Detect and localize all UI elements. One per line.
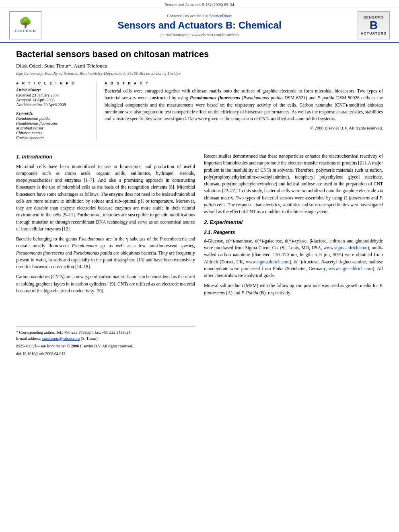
- journal-homepage: journal homepage: www.elsevier.com/locat…: [51, 33, 348, 37]
- journal-center: Contents lists available at ScienceDirec…: [43, 14, 356, 37]
- msm-para: Mineral salt medium (MSM) with the follo…: [204, 282, 383, 296]
- journal-title: Sensors and Actuators B: Chemical: [51, 20, 348, 31]
- body-content: 1. Introduction Microbial cells have bee…: [16, 153, 383, 357]
- abstract-text: Bacterial cells were entrapped together …: [105, 88, 383, 122]
- email-address: E-mail address: sunatimur@yahoo.com (S. …: [16, 335, 195, 341]
- sigma-link-2[interactable]: www.sigmaaldrich.com: [246, 259, 290, 264]
- intro-para-1: Microbial cells have been immobilized to…: [16, 163, 195, 233]
- sensors-b-label: B: [370, 19, 378, 32]
- elsevier-logo-box: 🌳 ELSEVIER: [9, 11, 41, 39]
- reagents-para-1: d-Glucose, d(+)-mannose, d(+)-galactose,…: [204, 238, 383, 279]
- abstract-label: A B S T R A C T: [105, 81, 383, 85]
- available-date: Available online 20 April 2008: [16, 103, 90, 107]
- contents-label: Contents lists available at: [167, 14, 208, 18]
- intro-para-2: Bacteria belonging to the genus Pseudomo…: [16, 236, 195, 270]
- sensors-logo-box: SENSORS B ACTUATORS: [358, 11, 390, 39]
- sciencedirect-link[interactable]: ScienceDirect: [209, 14, 232, 18]
- elsevier-text: ELSEVIER: [14, 29, 36, 33]
- keywords-label: Keywords:: [16, 111, 90, 115]
- sigma-link-1[interactable]: www.sigmaaldrich.com: [323, 245, 367, 250]
- issn-line: 0925-4005/$ – see front matter © 2008 El…: [16, 343, 195, 349]
- email-link[interactable]: sunatimur@yahoo.com: [42, 336, 80, 341]
- keyword-5: Carbon nanotube: [16, 136, 90, 140]
- section-divider: [16, 147, 383, 147]
- copyright: © 2008 Elsevier B.V. All rights reserved…: [105, 125, 383, 130]
- abstract-section: A B S T R A C T Bacterial cells were ent…: [105, 81, 383, 140]
- article-meta-section: A R T I C L E I N F O Article history: R…: [16, 81, 383, 140]
- email-person: (S. Timur).: [80, 336, 99, 341]
- journal-volume: Sensors and Actuators B 134 (2008) 89–94: [165, 2, 234, 7]
- reagents-heading: 2.1. Reagents: [204, 229, 383, 236]
- keyword-3: Microbial sensor: [16, 126, 90, 130]
- keyword-4: Chitosan matrix: [16, 131, 90, 135]
- authors-text: Dilek Odaci, Suna Timur*, Azmi Telefoncu: [16, 63, 107, 69]
- email-label: E-mail address:: [16, 336, 42, 341]
- history-label: Article history:: [16, 88, 90, 92]
- article-info: A R T I C L E I N F O Article history: R…: [16, 81, 97, 140]
- keyword-1: Pseudomonas putida: [16, 116, 90, 121]
- corresponding-author: * Corresponding author. Tel.: +90 232 34…: [16, 329, 195, 335]
- experimental-heading: 2. Experimental: [204, 218, 383, 226]
- right-para-1: Recent studies demonstrated that these n…: [204, 153, 383, 215]
- accepted-date: Accepted 14 April 2008: [16, 98, 90, 102]
- affiliation: Ege University, Faculty of Science, Bioc…: [16, 71, 383, 76]
- contents-line: Contents lists available at ScienceDirec…: [51, 14, 348, 18]
- homepage-label: journal homepage: www.elsevier.com/locat…: [160, 33, 239, 37]
- article-info-label: A R T I C L E I N F O: [16, 81, 90, 85]
- keyword-2: Pseudomonas fluorescens: [16, 121, 90, 125]
- actuators-label: ACTUATORS: [361, 31, 387, 35]
- top-banner: Sensors and Actuators B 134 (2008) 89–94: [0, 0, 399, 8]
- right-column: Recent studies demonstrated that these n…: [204, 153, 383, 357]
- footnote-section: * Corresponding author. Tel.: +90 232 34…: [16, 327, 195, 357]
- sensors-logo: SENSORS B ACTUATORS: [356, 11, 392, 39]
- intro-para-3: Carbon nanotubes (CNTs) are a new type o…: [16, 273, 195, 294]
- sigma-link-3[interactable]: www.sigmaaldrich.com: [329, 266, 372, 271]
- left-column: 1. Introduction Microbial cells have bee…: [16, 153, 195, 357]
- article-title: Bacterial sensors based on chitosan matr…: [16, 49, 383, 60]
- journal-header: 🌳 ELSEVIER Contents lists available at S…: [0, 8, 399, 43]
- keywords-section: Keywords: Pseudomonas putida Pseudomonas…: [16, 111, 90, 140]
- elsevier-tree-icon: 🌳: [19, 18, 32, 28]
- received-date: Received 23 January 2008: [16, 93, 90, 97]
- intro-heading: 1. Introduction: [16, 153, 195, 161]
- page-wrapper: Sensors and Actuators B 134 (2008) 89–94…: [0, 0, 399, 532]
- doi-line: doi:10.1016/j.snb.2008.04.013: [16, 351, 195, 357]
- authors: Dilek Odaci, Suna Timur*, Azmi Telefoncu: [16, 63, 383, 69]
- elsevier-logo: 🌳 ELSEVIER: [7, 11, 43, 39]
- main-content: Bacterial sensors based on chitosan matr…: [0, 43, 399, 365]
